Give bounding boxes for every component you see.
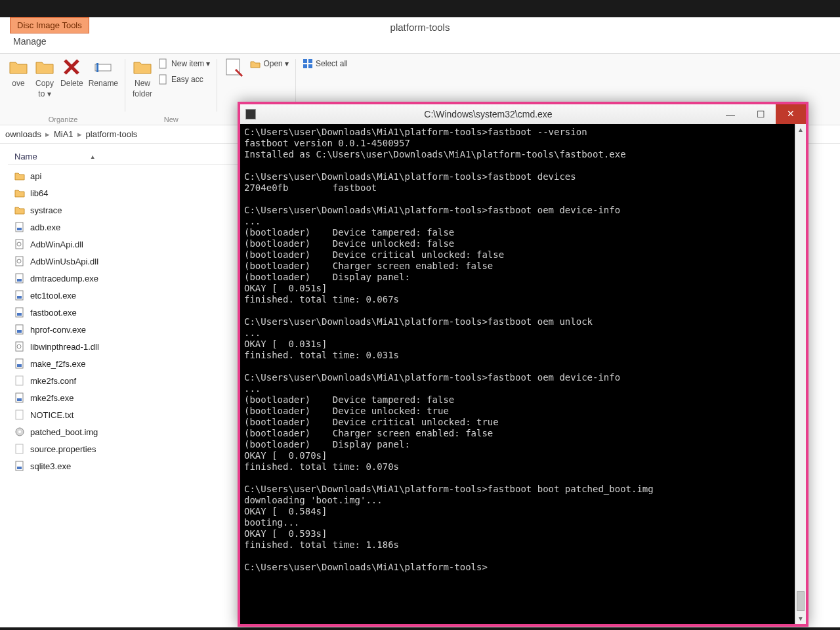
delete-label: Delete bbox=[60, 79, 83, 88]
file-list-pane: Name ▲ apilib64systraceadb.exeAdbWinApi.… bbox=[8, 149, 249, 627]
easy-access-label: Easy acc bbox=[171, 75, 203, 84]
scroll-thumb[interactable] bbox=[797, 591, 805, 611]
file-row[interactable]: api bbox=[14, 167, 243, 184]
file-list: apilib64systraceadb.exeAdbWinApi.dllAdbW… bbox=[8, 165, 249, 477]
sort-asc-icon: ▲ bbox=[90, 154, 96, 160]
svg-rect-29 bbox=[17, 398, 22, 401]
file-row[interactable]: libwinpthread-1.dll bbox=[14, 338, 243, 355]
new-folder-label2: folder bbox=[133, 89, 152, 98]
file-row[interactable]: source.properties bbox=[14, 440, 243, 457]
svg-rect-2 bbox=[159, 59, 166, 68]
svg-rect-3 bbox=[159, 75, 166, 84]
file-row[interactable]: lib64 bbox=[14, 184, 243, 201]
file-name: AdbWinApi.dll bbox=[30, 240, 83, 249]
copy-label: Copy bbox=[35, 79, 54, 88]
file-row[interactable]: dmtracedump.exe bbox=[14, 270, 243, 287]
file-name: adb.exe bbox=[30, 222, 60, 232]
breadcrumb[interactable]: MiA1 bbox=[54, 129, 74, 139]
file-name: libwinpthread-1.dll bbox=[30, 342, 99, 352]
file-row[interactable]: fastboot.exe bbox=[14, 304, 243, 321]
breadcrumb[interactable]: ownloads bbox=[5, 129, 41, 139]
close-button[interactable]: ✕ bbox=[776, 104, 806, 124]
file-name: mke2fs.exe bbox=[30, 393, 74, 403]
file-name: dmtracedump.exe bbox=[30, 274, 98, 284]
file-name: systrace bbox=[30, 205, 62, 215]
svg-rect-26 bbox=[17, 364, 22, 367]
breadcrumb[interactable]: platform-tools bbox=[86, 129, 138, 139]
ribbon-separator bbox=[217, 59, 217, 112]
svg-rect-10 bbox=[17, 228, 22, 230]
name-header-label: Name bbox=[14, 152, 37, 161]
file-row[interactable]: etc1tool.exe bbox=[14, 287, 243, 304]
scroll-down-icon[interactable]: ▼ bbox=[795, 613, 806, 624]
ribbon-tab-manage[interactable]: Manage bbox=[13, 36, 47, 47]
chevron-right-icon: ▸ bbox=[77, 129, 82, 139]
new-item-button[interactable]: New item ▾ bbox=[158, 56, 210, 71]
svg-rect-35 bbox=[17, 467, 22, 469]
chevron-right-icon: ▸ bbox=[45, 129, 50, 139]
file-row[interactable]: NOTICE.txt bbox=[14, 406, 243, 423]
scroll-up-icon[interactable]: ▲ bbox=[795, 124, 806, 135]
file-row[interactable]: hprof-conv.exe bbox=[14, 321, 243, 338]
file-name: source.properties bbox=[30, 444, 96, 454]
copy-to-button[interactable]: Copy to ▾ bbox=[34, 56, 55, 98]
svg-rect-1 bbox=[96, 63, 98, 72]
move-label: ove bbox=[12, 79, 24, 88]
file-row[interactable]: AdbWinApi.dll bbox=[14, 236, 243, 253]
delete-button[interactable]: Delete bbox=[60, 56, 83, 88]
file-name: NOTICE.txt bbox=[30, 410, 74, 420]
file-name: hprof-conv.exe bbox=[30, 325, 86, 335]
svg-rect-30 bbox=[16, 410, 23, 419]
svg-rect-22 bbox=[17, 330, 22, 333]
svg-rect-5 bbox=[303, 59, 307, 63]
minimize-button[interactable]: — bbox=[715, 104, 746, 124]
select-all-button[interactable]: Select all bbox=[303, 56, 348, 71]
cmd-output[interactable]: C:\Users\user\Downloads\MiA1\platform-to… bbox=[240, 124, 806, 624]
svg-rect-27 bbox=[16, 376, 23, 385]
group-new-label: New bbox=[128, 116, 214, 123]
file-row[interactable]: sqlite3.exe bbox=[14, 457, 243, 474]
rename-button[interactable]: Rename bbox=[89, 56, 118, 88]
new-folder-button[interactable]: New folder bbox=[132, 56, 153, 98]
properties-button[interactable] bbox=[224, 56, 245, 77]
new-folder-label1: New bbox=[135, 79, 150, 88]
file-name: api bbox=[30, 171, 41, 181]
select-all-label: Select all bbox=[316, 59, 348, 68]
column-header-name[interactable]: Name ▲ bbox=[8, 149, 249, 165]
ribbon-separator bbox=[125, 59, 125, 112]
svg-rect-20 bbox=[17, 313, 22, 316]
open-button[interactable]: Open ▾ bbox=[250, 56, 289, 71]
cmd-scrollbar[interactable]: ▲ ▼ bbox=[795, 124, 806, 624]
file-row[interactable]: systrace bbox=[14, 201, 243, 219]
svg-rect-7 bbox=[303, 64, 307, 68]
file-row[interactable]: adb.exe bbox=[14, 219, 243, 236]
file-row[interactable]: mke2fs.conf bbox=[14, 372, 243, 389]
copy-sub-label: to ▾ bbox=[38, 89, 51, 98]
move-to-button[interactable]: ove bbox=[8, 56, 29, 88]
file-name: AdbWinUsbApi.dll bbox=[30, 257, 98, 266]
window-title: platform-tools bbox=[0, 18, 840, 33]
easy-access-button[interactable]: Easy acc bbox=[158, 72, 210, 87]
file-row[interactable]: patched_boot.img bbox=[14, 423, 243, 440]
file-name: lib64 bbox=[30, 188, 48, 198]
file-row[interactable]: make_f2fs.exe bbox=[14, 355, 243, 372]
file-row[interactable]: AdbWinUsbApi.dll bbox=[14, 253, 243, 270]
svg-rect-8 bbox=[308, 64, 312, 68]
file-name: mke2fs.conf bbox=[30, 376, 76, 386]
svg-point-32 bbox=[18, 430, 21, 433]
cmd-window: C:\Windows\system32\cmd.exe — ☐ ✕ C:\Use… bbox=[238, 102, 808, 627]
file-name: fastboot.exe bbox=[30, 308, 77, 318]
maximize-button[interactable]: ☐ bbox=[746, 104, 776, 124]
svg-rect-6 bbox=[308, 59, 312, 63]
svg-rect-33 bbox=[16, 444, 23, 453]
rename-label: Rename bbox=[89, 79, 118, 88]
svg-rect-16 bbox=[17, 279, 22, 282]
cmd-title: C:\Windows\system32\cmd.exe bbox=[261, 109, 715, 119]
group-organize-label: Organize bbox=[4, 116, 122, 123]
file-name: sqlite3.exe bbox=[30, 461, 71, 471]
new-item-label: New item ▾ bbox=[171, 59, 210, 68]
svg-rect-18 bbox=[17, 296, 22, 299]
cmd-icon bbox=[245, 109, 256, 119]
cmd-titlebar[interactable]: C:\Windows\system32\cmd.exe — ☐ ✕ bbox=[240, 104, 806, 124]
file-row[interactable]: mke2fs.exe bbox=[14, 389, 243, 406]
